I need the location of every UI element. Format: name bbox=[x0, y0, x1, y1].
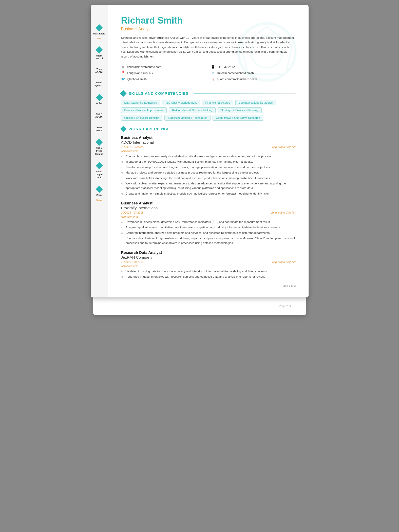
experience-section-diamond bbox=[120, 126, 126, 132]
skill-tag-2: Financial Structures bbox=[202, 100, 233, 105]
skills-section-diamond bbox=[120, 90, 126, 97]
contact-section: ✉ richard@novoresume.com 📱 111 232 2442 … bbox=[121, 65, 296, 84]
achievements-label-0: Achievements bbox=[121, 149, 296, 153]
skill-tag-8: Statistical Method & Techniques bbox=[164, 115, 211, 121]
sidebar-label-9: VolunOrganJunio bbox=[96, 170, 103, 179]
job-company-2: JezRAH Company bbox=[121, 255, 296, 259]
sidebar: Mast Easte 2007 - InternADCDi TrainADCD … bbox=[91, 5, 108, 297]
sidebar-diamond-5 bbox=[96, 94, 103, 101]
bullet-1-1: Analyzed qualitative and quantitative da… bbox=[121, 225, 296, 230]
achievements-label-1: Achievements bbox=[121, 215, 296, 218]
sidebar-diamond-10 bbox=[96, 186, 103, 193]
sidebar-diamond-8 bbox=[96, 139, 103, 146]
bullet-0-4: Work with stakeholders to design the roa… bbox=[121, 176, 296, 180]
candidate-name: Richard Smith bbox=[121, 15, 296, 26]
sidebar-label-4: Excellynda.c bbox=[95, 81, 103, 87]
bullet-2-1: Performed in-depth interviews with resea… bbox=[121, 274, 296, 279]
page-number-2: Page 2 of 2 bbox=[279, 305, 293, 308]
linkedin-value: linkedin.com/in/richard.smith bbox=[217, 71, 254, 74]
bullet-2-0: Validated incoming data to check the acc… bbox=[121, 269, 296, 274]
achievements-label-2: Achievements bbox=[121, 264, 296, 268]
sidebar-item-6: Top PADCD I bbox=[91, 113, 108, 119]
skill-tag-5: Risk Analysis & Decision Making bbox=[169, 107, 216, 113]
skill-tag-7: Critical & Analytical Thinking bbox=[121, 115, 163, 121]
resume-header: Richard Smith Business Analyst Strategic… bbox=[121, 15, 296, 59]
skill-tag-6: Strategic & Business Planning bbox=[218, 107, 261, 113]
job-bullets-2: Validated incoming data to check the acc… bbox=[121, 269, 296, 279]
skills-section-line bbox=[194, 93, 296, 93]
skill-tag-3: Communications Strategies bbox=[235, 100, 276, 105]
contact-email: ✉ richard@novoresume.com bbox=[121, 65, 206, 69]
sidebar-diamond-9 bbox=[96, 162, 103, 169]
job-location-2: Long Island City, NY bbox=[271, 260, 296, 263]
linkedin-icon: in bbox=[211, 71, 215, 75]
quora-value: quora.com/profile/richard.smith bbox=[217, 78, 257, 81]
job-entry-1: Business Analyst Proximity International… bbox=[121, 201, 296, 245]
skills-section-header: SKILLS AND COMPETENCIES bbox=[121, 91, 296, 96]
skills-container: Data Gathering & Analysis ISO Quality Ma… bbox=[121, 100, 296, 121]
bullet-1-0: Developed business plans, determine Key … bbox=[121, 220, 296, 224]
sidebar-label-2: InternADCDi bbox=[96, 54, 103, 60]
location-icon: 📍 bbox=[121, 71, 125, 75]
quora-icon: Q bbox=[211, 77, 215, 81]
skill-tag-0: Data Gathering & Analysis bbox=[121, 100, 160, 105]
experience-section-title: WORK EXPERIENCE bbox=[129, 127, 170, 131]
contact-location: 📍 Long Island City, NY bbox=[121, 71, 206, 75]
job-entry-0: Business Analyst ADCD International 08/2… bbox=[121, 135, 296, 196]
candidate-title: Business Analyst bbox=[121, 27, 296, 31]
sidebar-label-1: Mast Easte bbox=[93, 32, 105, 35]
job-title-1: Business Analyst bbox=[121, 201, 296, 205]
resume-page-2: Page 2 of 2 bbox=[93, 295, 306, 315]
sidebar-label-6: Top PADCD I bbox=[95, 113, 103, 119]
job-date-0: 08/2018 - Present bbox=[121, 145, 143, 148]
twitter-icon: 🐦 bbox=[121, 77, 125, 81]
job-company-0: ADCD International bbox=[121, 140, 296, 144]
bullet-0-1: In charge of the ISO 9001:2015 Quality M… bbox=[121, 159, 296, 164]
sidebar-diamond-2 bbox=[96, 46, 103, 53]
page-number-1: Page 1 of 2 bbox=[121, 284, 296, 287]
sidebar-label-8: The BPreseMembe bbox=[95, 147, 103, 156]
phone-value: 111 232 2442 bbox=[217, 65, 235, 68]
sidebar-item-9: VolunOrganJunio bbox=[91, 163, 108, 179]
job-title-0: Business Analyst bbox=[121, 135, 296, 140]
skills-section-title: SKILLS AND COMPETENCIES bbox=[129, 91, 189, 96]
skill-tag-4: Business Process Improvement bbox=[121, 107, 167, 113]
contact-linkedin: in linkedin.com/in/richard.smith bbox=[211, 71, 296, 75]
sidebar-item-2: InternADCDi bbox=[91, 47, 108, 60]
bullet-0-0: Conduct business process analysis and id… bbox=[121, 154, 296, 159]
job-meta-1: 10/2014 - 07/2018 Long Island City, NY bbox=[121, 211, 296, 214]
sidebar-date-1: 2007 - bbox=[96, 37, 102, 40]
bullet-0-5: Work with subject matter experts and man… bbox=[121, 181, 296, 191]
bullet-0-2: Develop a roadmap for short and long-ter… bbox=[121, 165, 296, 169]
job-meta-0: 08/2018 - Present Long Island City, NY bbox=[121, 145, 296, 148]
job-date-1: 10/2014 - 07/2018 bbox=[121, 211, 144, 214]
email-value: richard@novoresume.com bbox=[127, 65, 161, 68]
job-date-2: 08/2009 - 09/2014 bbox=[121, 260, 144, 263]
sidebar-item-7: AwarJose Ri bbox=[91, 126, 108, 132]
location-value: Long Island City, NY bbox=[127, 71, 154, 74]
job-title-2: Research Data Analyst bbox=[121, 250, 296, 255]
candidate-summary: Strategic and results-driven Business An… bbox=[121, 35, 296, 59]
phone-icon: 📱 bbox=[211, 65, 215, 69]
job-entry-2: Research Data Analyst JezRAH Company 08/… bbox=[121, 250, 296, 279]
resume-page-1: Mast Easte 2007 - InternADCDi TrainADCD … bbox=[91, 5, 309, 297]
job-location-0: Long Island City, NY bbox=[271, 145, 296, 148]
contact-twitter: 🐦 @richard.smith bbox=[121, 77, 206, 81]
sidebar-item-5: HubS bbox=[91, 95, 108, 105]
bullet-0-6: Create and implement simple statistical … bbox=[121, 191, 296, 196]
job-company-1: Proximity International bbox=[121, 206, 296, 210]
sidebar-subtext-10: Native bbox=[96, 199, 102, 201]
skill-tag-9: Quantitative & Qualitative Research bbox=[213, 115, 263, 121]
job-bullets-0: Conduct business process analysis and id… bbox=[121, 154, 296, 196]
job-bullets-1: Developed business plans, determine Key … bbox=[121, 220, 296, 245]
email-icon: ✉ bbox=[121, 65, 125, 69]
resume-wrapper: Mast Easte 2007 - InternADCDi TrainADCD … bbox=[86, 5, 314, 315]
job-meta-2: 08/2009 - 09/2014 Long Island City, NY bbox=[121, 260, 296, 263]
sidebar-item-8: The BPreseMembe bbox=[91, 140, 108, 156]
skill-tag-1: ISO Quality Management bbox=[162, 100, 200, 105]
experience-section-header: WORK EXPERIENCE bbox=[121, 127, 296, 131]
sidebar-label-3: TrainADCD I bbox=[95, 68, 103, 74]
contact-phone: 📱 111 232 2442 bbox=[211, 65, 296, 69]
bullet-0-3: Manage projects and create a detailed bu… bbox=[121, 170, 296, 175]
experience-section-line bbox=[175, 129, 296, 129]
